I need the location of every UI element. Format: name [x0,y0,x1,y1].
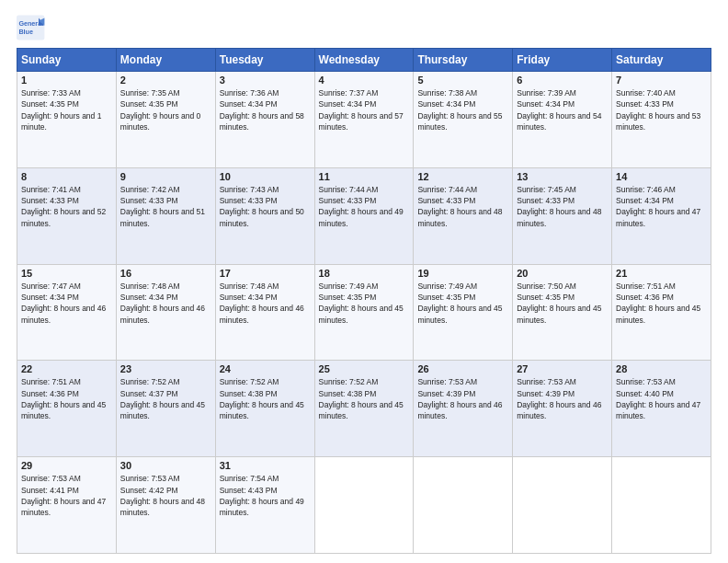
day-info: Sunrise: 7:46 AMSunset: 4:34 PMDaylight:… [616,184,707,229]
day-number: 2 [120,75,211,86]
day-info: Sunrise: 7:53 AMSunset: 4:41 PMDaylight:… [21,473,112,518]
sunrise-text: Sunrise: 7:38 AM [417,88,477,98]
sunset-text: Sunset: 4:41 PM [21,486,79,495]
daylight-text: Daylight: 8 hours and 46 minutes. [220,304,304,324]
day-number: 28 [616,363,707,374]
sunrise-text: Sunrise: 7:48 AM [220,282,279,291]
sunset-text: Sunset: 4:33 PM [120,196,178,205]
sunset-text: Sunset: 4:35 PM [319,293,377,302]
calendar-week-1: 1Sunrise: 7:33 AMSunset: 4:35 PMDaylight… [17,72,711,168]
sunrise-text: Sunrise: 7:36 AM [220,88,279,98]
calendar-cell: 19Sunrise: 7:49 AMSunset: 4:35 PMDayligh… [414,264,513,361]
calendar-cell: 2Sunrise: 7:35 AMSunset: 4:35 PMDaylight… [116,72,215,168]
daylight-text: Daylight: 8 hours and 55 minutes. [417,111,502,132]
sunset-text: Sunset: 4:33 PM [417,196,475,205]
day-info: Sunrise: 7:45 AMSunset: 4:33 PMDaylight:… [517,184,608,229]
sunset-text: Sunset: 4:34 PM [220,293,278,302]
calendar-cell: 31Sunrise: 7:54 AMSunset: 4:43 PMDayligh… [215,457,314,554]
calendar-cell: 21Sunrise: 7:51 AMSunset: 4:36 PMDayligh… [612,264,711,361]
svg-text:Blue: Blue [18,28,33,36]
sunrise-text: Sunrise: 7:46 AM [616,185,676,194]
day-number: 11 [319,171,410,182]
daylight-text: Daylight: 8 hours and 46 minutes. [21,304,106,324]
daylight-text: Daylight: 8 hours and 45 minutes. [21,400,106,420]
daylight-text: Daylight: 8 hours and 45 minutes. [220,400,304,420]
calendar-cell [314,457,414,554]
daylight-text: Daylight: 8 hours and 51 minutes. [120,207,205,227]
weekday-header-tuesday: Tuesday [215,49,314,72]
day-info: Sunrise: 7:53 AMSunset: 4:40 PMDaylight:… [616,376,707,421]
day-number: 18 [319,268,410,279]
calendar-cell: 7Sunrise: 7:40 AMSunset: 4:33 PMDaylight… [612,72,711,168]
day-info: Sunrise: 7:36 AMSunset: 4:34 PMDaylight:… [220,87,311,132]
day-info: Sunrise: 7:51 AMSunset: 4:36 PMDaylight:… [21,376,112,421]
day-number: 1 [21,75,112,86]
day-number: 6 [517,75,608,86]
calendar-cell: 11Sunrise: 7:44 AMSunset: 4:33 PMDayligh… [314,167,414,264]
sunset-text: Sunset: 4:42 PM [120,486,178,495]
day-number: 22 [21,363,112,374]
day-info: Sunrise: 7:39 AMSunset: 4:34 PMDaylight:… [517,87,608,132]
calendar-week-2: 8Sunrise: 7:41 AMSunset: 4:33 PMDaylight… [17,167,711,264]
day-info: Sunrise: 7:51 AMSunset: 4:36 PMDaylight:… [616,281,707,326]
day-info: Sunrise: 7:40 AMSunset: 4:33 PMDaylight:… [616,87,707,132]
daylight-text: Daylight: 8 hours and 45 minutes. [120,400,205,420]
day-number: 27 [517,363,608,374]
calendar-cell: 9Sunrise: 7:42 AMSunset: 4:33 PMDaylight… [116,167,215,264]
sunset-text: Sunset: 4:34 PM [220,99,278,109]
day-info: Sunrise: 7:53 AMSunset: 4:39 PMDaylight:… [517,376,608,421]
calendar-cell: 6Sunrise: 7:39 AMSunset: 4:34 PMDaylight… [513,72,612,168]
day-number: 26 [417,363,508,374]
calendar-cell: 14Sunrise: 7:46 AMSunset: 4:34 PMDayligh… [612,167,711,264]
sunrise-text: Sunrise: 7:53 AM [120,474,180,483]
calendar-cell: 5Sunrise: 7:38 AMSunset: 4:34 PMDaylight… [414,72,513,168]
sunrise-text: Sunrise: 7:48 AM [120,282,180,291]
day-number: 29 [21,460,112,471]
day-info: Sunrise: 7:53 AMSunset: 4:39 PMDaylight:… [417,376,508,421]
calendar-cell: 18Sunrise: 7:49 AMSunset: 4:35 PMDayligh… [314,264,414,361]
weekday-header-row: SundayMondayTuesdayWednesdayThursdayFrid… [17,49,711,72]
sunrise-text: Sunrise: 7:52 AM [319,377,379,386]
calendar-cell: 1Sunrise: 7:33 AMSunset: 4:35 PMDaylight… [17,72,117,168]
day-info: Sunrise: 7:52 AMSunset: 4:38 PMDaylight:… [220,376,311,421]
day-info: Sunrise: 7:50 AMSunset: 4:35 PMDaylight:… [517,281,608,326]
calendar-cell: 4Sunrise: 7:37 AMSunset: 4:34 PMDaylight… [314,72,414,168]
day-info: Sunrise: 7:43 AMSunset: 4:33 PMDaylight:… [220,184,311,229]
weekday-header-wednesday: Wednesday [314,49,414,72]
day-number: 14 [616,171,707,182]
day-info: Sunrise: 7:52 AMSunset: 4:38 PMDaylight:… [319,376,410,421]
daylight-text: Daylight: 8 hours and 57 minutes. [319,111,404,132]
day-number: 25 [319,363,410,374]
day-number: 4 [319,75,410,86]
sunrise-text: Sunrise: 7:45 AM [517,185,576,194]
day-number: 31 [220,460,311,471]
sunset-text: Sunset: 4:35 PM [417,293,475,302]
daylight-text: Daylight: 8 hours and 49 minutes. [319,207,404,227]
calendar-cell [513,457,612,554]
daylight-text: Daylight: 8 hours and 47 minutes. [616,400,700,420]
calendar-table: SundayMondayTuesdayWednesdayThursdayFrid… [17,48,711,554]
day-info: Sunrise: 7:52 AMSunset: 4:37 PMDaylight:… [120,376,211,421]
daylight-text: Daylight: 8 hours and 47 minutes. [616,207,700,227]
sunset-text: Sunset: 4:36 PM [616,293,674,302]
sunset-text: Sunset: 4:34 PM [21,293,79,302]
calendar-cell: 28Sunrise: 7:53 AMSunset: 4:40 PMDayligh… [612,361,711,457]
day-number: 21 [616,268,707,279]
page: General Blue SundayMondayTuesdayWednesda… [0,0,728,563]
daylight-text: Daylight: 8 hours and 45 minutes. [616,304,700,324]
daylight-text: Daylight: 8 hours and 45 minutes. [417,304,502,324]
sunrise-text: Sunrise: 7:50 AM [517,282,576,291]
weekday-header-sunday: Sunday [17,49,117,72]
sunrise-text: Sunrise: 7:49 AM [319,282,379,291]
sunset-text: Sunset: 4:38 PM [220,389,278,398]
day-info: Sunrise: 7:44 AMSunset: 4:33 PMDaylight:… [319,184,410,229]
calendar-cell: 13Sunrise: 7:45 AMSunset: 4:33 PMDayligh… [513,167,612,264]
sunset-text: Sunset: 4:33 PM [220,196,278,205]
sunset-text: Sunset: 4:37 PM [120,389,178,398]
daylight-text: Daylight: 8 hours and 45 minutes. [517,304,601,324]
calendar-cell: 8Sunrise: 7:41 AMSunset: 4:33 PMDaylight… [17,167,117,264]
sunset-text: Sunset: 4:43 PM [220,486,278,495]
daylight-text: Daylight: 8 hours and 58 minutes. [220,111,304,132]
day-number: 5 [417,75,508,86]
sunrise-text: Sunrise: 7:41 AM [21,185,81,194]
